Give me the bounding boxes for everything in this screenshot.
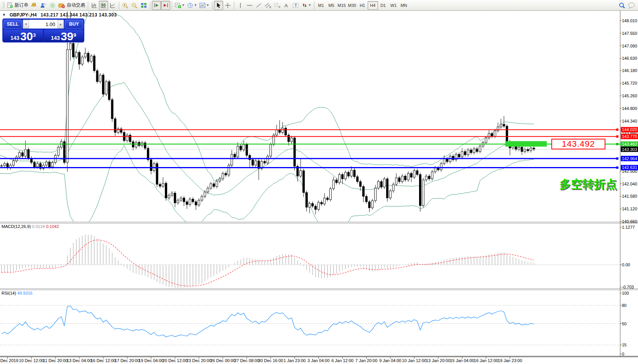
timeframe-w1[interactable]: W1	[388, 1, 399, 10]
buy-price-panel[interactable]: 143 39 9	[44, 30, 84, 42]
turning-point-annotation[interactable]: 多空转折点	[538, 177, 617, 192]
tile-windows-button[interactable]	[139, 1, 148, 10]
bull-candle	[440, 164, 442, 170]
sell-button[interactable]: SELL	[3, 20, 22, 29]
fibonacci-icon: F	[274, 2, 281, 8]
bear-candle	[470, 150, 472, 152]
chat-button[interactable]	[626, 1, 636, 10]
zoom-out-button[interactable]	[130, 1, 139, 10]
line-anchor-square	[616, 157, 618, 160]
svg-text:E: E	[270, 6, 271, 8]
timeframe-group: M1M5M15M30H1H4D1W1MN	[316, 1, 409, 10]
bar-chart-button[interactable]	[90, 1, 99, 10]
bear-candle	[183, 198, 185, 202]
green-zone-rectangle[interactable]	[505, 141, 547, 146]
signals-button[interactable]	[48, 1, 57, 10]
trendline-icon	[256, 2, 262, 8]
price-axis-label: 148.010	[622, 18, 637, 23]
equidistant-channel-button[interactable]: E	[263, 1, 273, 10]
line-chart-button[interactable]	[108, 1, 117, 10]
timeframe-mn[interactable]: MN	[399, 1, 409, 10]
bear-candle	[264, 161, 266, 163]
chart-shift-button[interactable]	[161, 1, 170, 10]
channel-icon: E	[265, 2, 271, 8]
gold-bars-button[interactable]	[30, 1, 39, 10]
bull-candle	[392, 184, 394, 191]
price-callout-box[interactable]: 143.492	[551, 139, 605, 149]
vertical-line-button[interactable]	[236, 1, 245, 10]
timeframe-d1[interactable]: D1	[378, 1, 388, 10]
bear-candle	[360, 182, 362, 187]
bear-candle	[195, 202, 197, 205]
buy-button[interactable]: BUY	[65, 20, 83, 29]
timeframe-h4[interactable]: H4	[368, 1, 378, 10]
dropdown-arrow-icon: ▼	[182, 3, 185, 7]
cursor-button[interactable]	[214, 1, 223, 10]
bear-candle	[28, 149, 30, 158]
bear-candle	[252, 160, 254, 165]
trendline-button[interactable]	[254, 1, 263, 10]
arrows-button[interactable]: ▼	[300, 1, 312, 10]
volume-value[interactable]: 1.00	[29, 21, 58, 27]
bull-candle	[180, 198, 182, 200]
zoom-out-icon	[131, 2, 138, 8]
bull-candle	[390, 191, 391, 198]
templates-button[interactable]: ▼	[198, 1, 210, 10]
bear-candle	[192, 199, 194, 202]
bull-candle	[317, 202, 319, 210]
sell-price-panel[interactable]: 143 30 3	[3, 30, 43, 42]
auto-scroll-button[interactable]	[152, 1, 161, 10]
new-order-button[interactable]: 新订单	[6, 1, 30, 10]
new-chart-button[interactable]: ▼	[174, 1, 186, 10]
collapse-triangle-icon[interactable]: ▲	[2, 12, 6, 18]
volume-increase-button[interactable]: ▲	[58, 20, 64, 28]
time-axis-label: 27 Dec 08:00	[234, 358, 259, 363]
bear-candle	[186, 202, 188, 205]
bear-candle	[150, 160, 152, 171]
bull-candle	[189, 199, 191, 205]
text-button[interactable]: A	[282, 1, 291, 10]
candlestick-chart-button[interactable]	[99, 1, 108, 10]
auto-trading-button[interactable]: 自动交易	[57, 1, 86, 10]
horizontal-line-button[interactable]	[245, 1, 254, 10]
bull-candle	[76, 52, 77, 57]
market-watch-button[interactable]	[39, 1, 48, 10]
timeframe-h1[interactable]: H1	[357, 1, 368, 10]
bull-candle	[443, 159, 445, 164]
bull-candle	[162, 183, 164, 186]
bear-candle	[327, 198, 329, 200]
volume-decrease-button[interactable]: ▼	[23, 20, 29, 28]
bull-candle	[422, 180, 424, 206]
periods-button[interactable]: ▼	[186, 1, 198, 10]
timeframe-m30[interactable]: M30	[347, 1, 357, 10]
crosshair-button[interactable]	[223, 1, 232, 10]
bull-candle	[467, 150, 469, 155]
timeframe-m1[interactable]: M1	[316, 1, 326, 10]
fibonacci-button[interactable]: F	[273, 1, 282, 10]
bear-candle	[87, 53, 89, 61]
text-label-button[interactable]: T	[291, 1, 300, 10]
price-tag-label: 144.020	[622, 127, 637, 132]
bear-candle	[464, 151, 466, 155]
bull-candle	[228, 165, 230, 175]
bear-candle	[78, 52, 80, 64]
volume-field[interactable]: ▼ 1.00 ▲	[23, 20, 64, 29]
timeframe-m15[interactable]: M15	[337, 1, 347, 10]
zoom-in-icon	[122, 2, 129, 8]
bear-candle	[312, 203, 314, 206]
symbol-info-bar[interactable]: ▲ GBPJPY-,H4 143.217 143.344 143.213 143…	[2, 12, 117, 18]
bull-candle	[494, 131, 496, 136]
search-button[interactable]	[617, 1, 626, 10]
bull-candle	[219, 179, 221, 181]
ohlc-values: 143.217 143.344 143.213 143.303	[41, 12, 117, 18]
toolbar-separator	[119, 2, 119, 9]
price-axis-label: 141.580	[622, 194, 637, 198]
toolbar-drag-handle[interactable]	[3, 2, 5, 9]
buy-price-point: 9	[74, 30, 76, 41]
svg-text:A: A	[284, 3, 288, 8]
zoom-in-button[interactable]	[121, 1, 130, 10]
timeframe-m5[interactable]: M5	[326, 1, 337, 10]
bull-candle	[36, 164, 38, 167]
bull-candle	[1, 166, 3, 166]
bull-candle	[99, 75, 101, 82]
